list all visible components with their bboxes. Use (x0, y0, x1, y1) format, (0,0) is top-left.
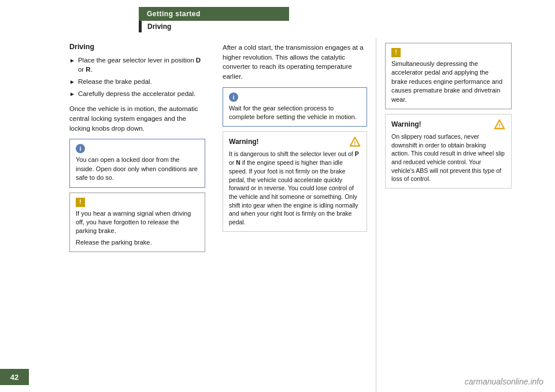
bullet-text-1: Place the gear selector lever in positio… (78, 56, 205, 74)
section-header: Getting started (139, 7, 289, 21)
caution-icon-1: ! (76, 198, 85, 207)
bullet-item-2: ► Release the brake pedal. (69, 77, 205, 86)
middle-info-icon-1: i (229, 93, 238, 102)
bullet-text-2: Release the brake pedal. (78, 77, 152, 86)
watermark: carmanualsonline.info (465, 377, 543, 386)
caution-box-1-text2: Release the parking brake. (76, 238, 199, 247)
right-warning-label-1: Warning! (391, 120, 421, 128)
right-column: ! Simultaneously depressing the accelera… (376, 38, 520, 392)
bullet-arrow-3: ► (69, 90, 75, 98)
info-icon-1: i (76, 144, 85, 153)
middle-info-box-1: i Wait for the gear selection process to… (223, 87, 367, 127)
left-paragraph-1: Once the vehicle is in motion, the autom… (69, 104, 205, 133)
middle-warning-triangle-1: ! (349, 136, 361, 147)
svg-text:!: ! (498, 122, 500, 128)
subsection-title: Driving (147, 23, 171, 31)
middle-warning-header-1: Warning! ! (229, 136, 361, 147)
middle-warning-box-1: Warning! ! It is dangerous to shift the … (223, 131, 367, 231)
bold-R: R (86, 66, 90, 73)
middle-warning-label-1: Warning! (229, 138, 259, 146)
driving-title: Driving (69, 43, 205, 51)
middle-info-box-1-text: Wait for the gear selection process to c… (229, 104, 361, 122)
bullet-item-1: ► Place the gear selector lever in posit… (69, 56, 205, 74)
caution-box-1: ! If you hear a warning signal when driv… (69, 193, 205, 253)
middle-warning-text-1: It is dangerous to shift the selector le… (229, 150, 361, 226)
right-caution-icon-1: ! (391, 48, 401, 57)
middle-paragraph-1: After a cold start, the transmission eng… (223, 43, 367, 82)
sub-header: Driving (139, 21, 555, 32)
bullet-text-3: Carefully depress the accelerator pedal. (78, 89, 195, 98)
left-column: Driving ► Place the gear selector lever … (0, 38, 214, 392)
section-title: Getting started (147, 10, 201, 18)
svg-text:!: ! (354, 139, 356, 146)
right-caution-box-1-text: Simultaneously depressing the accelerato… (391, 60, 505, 104)
right-caution-box-1: ! Simultaneously depressing the accelera… (385, 43, 512, 109)
right-warning-header-1: Warning! ! (391, 119, 505, 130)
bullet-item-3: ► Carefully depress the accelerator peda… (69, 89, 205, 98)
right-warning-box-1: Warning! ! On slippery road surfaces, ne… (385, 114, 512, 188)
right-warning-text-1: On slippery road surfaces, never downshi… (391, 132, 505, 183)
info-box-1: i You can open a locked door from the in… (69, 139, 205, 187)
bullet-arrow-1: ► (69, 57, 75, 65)
page-number: 42 (0, 369, 29, 385)
info-box-1-text: You can open a locked door from the insi… (76, 156, 199, 182)
main-content: Driving ► Place the gear selector lever … (0, 38, 555, 392)
bullet-arrow-2: ► (69, 78, 75, 86)
bold-D: D (196, 57, 201, 64)
page-container: Getting started Driving Driving ► Place … (0, 0, 555, 392)
caution-box-1-text1: If you hear a warning signal when drivin… (76, 209, 199, 236)
middle-column: After a cold start, the transmission eng… (214, 38, 376, 392)
right-warning-triangle-1: ! (494, 119, 505, 130)
driving-bullets: ► Place the gear selector lever in posit… (69, 56, 205, 98)
